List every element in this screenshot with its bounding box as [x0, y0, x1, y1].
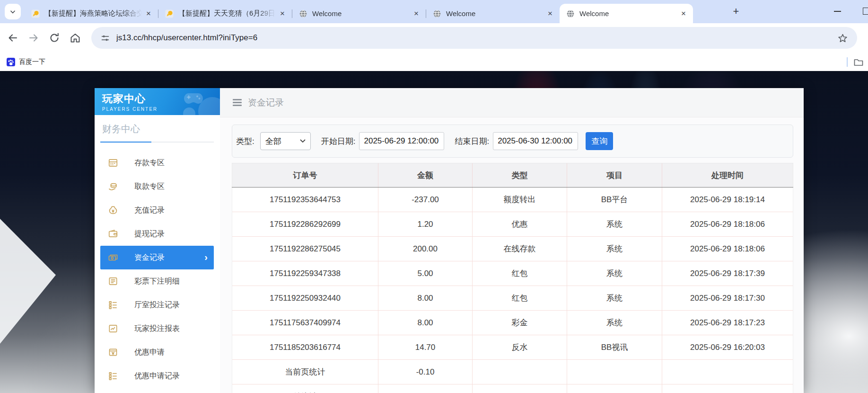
sidebar-section-title: 财务中心: [100, 123, 214, 135]
table-cell: 红包: [473, 286, 567, 311]
table-cell: 200.00: [378, 237, 473, 261]
table-cell: 2025-06-29 18:18:06: [662, 212, 793, 237]
url-address-bar[interactable]: js13.cc/hhcp/usercenter.html?iniType=6: [91, 27, 857, 49]
recharge-record-icon: [108, 205, 120, 215]
table-cell: 2025-06-29 18:17:39: [662, 261, 793, 286]
sidebar-item-funds-record[interactable]: 资金记录›: [100, 246, 214, 269]
table-cell: [473, 360, 567, 384]
table-cell: 1751192286292699: [232, 212, 378, 237]
tab-title: Welcome: [446, 9, 544, 18]
table-cell: [662, 384, 793, 393]
sidebar-item-recharge-record[interactable]: 充值记录: [95, 198, 220, 222]
baidu-favicon-icon: [7, 58, 15, 66]
tab-close-button[interactable]: ×: [545, 9, 555, 18]
player-report-icon: [108, 323, 120, 334]
table-cell: 1751192259347338: [232, 261, 378, 286]
table-cell: 2025-06-29 18:18:06: [662, 237, 793, 261]
other-bookmarks-folder-icon[interactable]: [853, 57, 864, 67]
hall-bet-record-icon: [108, 300, 120, 310]
bookmarks-divider: [847, 57, 848, 67]
globe-favicon-icon: [433, 9, 441, 18]
table-cell: 系统: [567, 286, 662, 311]
tab-close-button[interactable]: ×: [278, 9, 287, 18]
table-header-cell: 金额: [378, 163, 473, 188]
search-button[interactable]: 查询: [586, 132, 613, 150]
table-cell: BB平台: [567, 188, 662, 212]
tab[interactable]: Welcome×: [426, 4, 560, 23]
sidebar-item-label: 优惠申请: [134, 348, 165, 357]
sidebar-item-label: 资金记录: [134, 253, 165, 263]
forum-favicon-icon: [31, 9, 40, 18]
bookmark-item-baidu[interactable]: 百度一下: [7, 58, 45, 66]
tab-search-button[interactable]: [5, 4, 21, 19]
table-cell: 14.70: [378, 335, 473, 360]
tab[interactable]: 【新提醒】天天竞猜（6月29日×: [158, 4, 292, 23]
globe-favicon-icon: [566, 9, 575, 18]
window-minimize-button[interactable]: [834, 11, 841, 12]
hamburger-menu-icon[interactable]: [233, 99, 242, 106]
sidebar-item-withdraw[interactable]: 取款专区: [95, 175, 220, 198]
window-maximize-button[interactable]: [863, 8, 868, 15]
back-button[interactable]: [7, 32, 19, 44]
table-cell: 1751175637409974: [232, 311, 378, 335]
sidebar-menu: 存款专区取款专区充值记录提现记录资金记录›彩票下注明细厅室投注记录玩家投注报表优…: [95, 151, 220, 388]
funds-table-wrap: 订单号金额类型项目处理时间 1751192353644753-237.00额度转…: [232, 163, 793, 393]
table-cell: 2025-06-29 18:19:14: [662, 188, 793, 212]
tab[interactable]: Welcome×: [292, 4, 426, 23]
table-row: 1751192353644753-237.00额度转出BB平台2025-06-2…: [232, 188, 793, 212]
tab-close-button[interactable]: ×: [144, 9, 153, 18]
end-date-input[interactable]: 2025-06-30 12:00:00: [493, 132, 578, 150]
sidebar-item-withdraw-record[interactable]: 提现记录: [95, 222, 220, 246]
tab[interactable]: 【新提醒】海燕策略论坛综合交×: [25, 4, 158, 23]
table-cell: 8.00: [378, 311, 473, 335]
reload-button[interactable]: [48, 32, 61, 44]
bookmark-star-icon[interactable]: [838, 33, 848, 43]
sidebar-item-lottery-detail[interactable]: 彩票下注明细: [95, 269, 220, 293]
sidebar-item-label: 厅室投注记录: [134, 300, 180, 310]
end-date-label: 结束日期:: [455, 136, 489, 147]
filter-bar: 类型: 全部 开始日期: 2025-06-29 12:00:00 结束日期: 2…: [232, 125, 793, 158]
table-row: 17511922593473385.00红包系统2025-06-29 18:17…: [232, 261, 793, 286]
sidebar-item-label: 提现记录: [134, 229, 165, 239]
tab-title: Welcome: [312, 9, 410, 18]
table-cell: -237.00: [378, 188, 473, 212]
table-row: 175118520361677414.70反水BB视讯2025-06-29 16…: [232, 335, 793, 360]
table-cell: 红包: [473, 261, 567, 286]
table-row: 17511756374099748.00彩金系统2025-06-29 18:17…: [232, 311, 793, 335]
table-cell: 5.00: [378, 261, 473, 286]
forward-button[interactable]: [27, 32, 40, 44]
table-row: 17511922862926991.20优惠系统2025-06-29 18:18…: [232, 212, 793, 237]
table-row: 当前页统计-0.10: [232, 360, 793, 384]
table-cell: BB视讯: [567, 335, 662, 360]
web-page-background: 玩家中心 PLAYERS CENTER 财务中心 存款专区取款专区充值记录提现记…: [0, 71, 868, 393]
table-cell: 当前页统计: [232, 360, 378, 384]
table-cell: 额度转出: [473, 188, 567, 212]
table-cell: [662, 360, 793, 384]
start-date-label: 开始日期:: [321, 136, 356, 147]
sidebar-item-player-report[interactable]: 玩家投注报表: [95, 317, 220, 340]
type-select[interactable]: 全部: [260, 132, 311, 150]
table-cell: 8.00: [378, 286, 473, 311]
sidebar-item-label: 取款专区: [134, 182, 165, 192]
sidebar-item-deposit[interactable]: 存款专区: [95, 151, 220, 175]
table-cell: 系统: [567, 261, 662, 286]
tab-close-button[interactable]: ×: [412, 9, 421, 18]
tab[interactable]: Welcome×: [560, 4, 693, 23]
table-body: 1751192353644753-237.00额度转出BB平台2025-06-2…: [232, 188, 793, 393]
promo-apply-icon: [108, 347, 120, 357]
sidebar-item-hall-bet-record[interactable]: 厅室投注记录: [95, 293, 220, 317]
new-tab-button[interactable]: +: [730, 6, 742, 18]
sidebar-item-label: 优惠申请记录: [134, 371, 180, 381]
sidebar-header: 玩家中心 PLAYERS CENTER: [95, 88, 220, 115]
home-button[interactable]: [69, 32, 81, 44]
sidebar-item-promo-record[interactable]: 优惠申请记录: [95, 364, 220, 388]
table-header-cell: 类型: [473, 163, 567, 188]
sidebar-item-promo-apply[interactable]: 优惠申请: [95, 340, 220, 364]
start-date-input[interactable]: 2025-06-29 12:00:00: [359, 132, 444, 150]
chevron-right-icon: ›: [204, 252, 208, 263]
tab-close-button[interactable]: ×: [679, 9, 688, 18]
globe-favicon-icon: [299, 9, 307, 18]
content-area: 资金记录 类型: 全部 开始日期: 2025-06-29 12:00:00 结束…: [220, 88, 804, 393]
table-cell: 在线存款: [473, 237, 567, 261]
table-cell: 1751192250932440: [232, 286, 378, 311]
